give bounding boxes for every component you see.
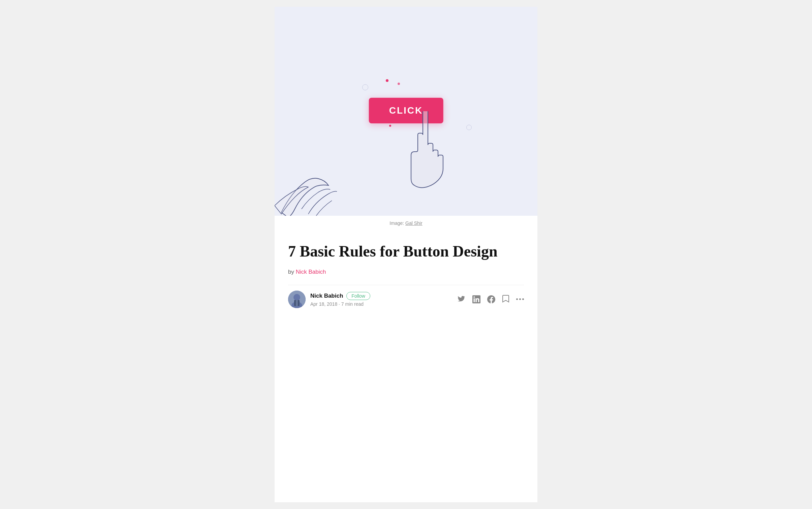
- more-options-icon[interactable]: [516, 298, 524, 300]
- byline-prefix: by: [288, 269, 296, 275]
- hero-image-inner: CLICK: [275, 7, 537, 216]
- bookmark-icon[interactable]: [502, 295, 509, 304]
- page-container: CLICK Image: Gal Shir: [275, 7, 537, 502]
- facebook-icon[interactable]: [487, 295, 495, 303]
- author-name-row: Nick Babich Follow: [310, 292, 370, 300]
- more-dot-2: [519, 298, 521, 300]
- decorative-dot-2: [398, 83, 400, 85]
- svg-rect-4: [296, 300, 298, 306]
- avatar-image: [288, 291, 306, 308]
- author-meta: Apr 18, 2018 · 7 min read: [310, 301, 370, 307]
- more-dot-1: [516, 298, 518, 300]
- author-left: Nick Babich Follow Apr 18, 2018 · 7 min …: [288, 291, 370, 308]
- author-row: Nick Babich Follow Apr 18, 2018 · 7 min …: [288, 285, 524, 313]
- author-name: Nick Babich: [310, 293, 343, 299]
- linkedin-icon[interactable]: [472, 295, 480, 303]
- avatar: [288, 291, 306, 308]
- read-time: 7 min read: [341, 301, 364, 307]
- caption-prefix: Image:: [389, 220, 405, 226]
- decorative-dot-3: [389, 125, 391, 127]
- left-hand-illustration: [275, 152, 359, 216]
- author-info: Nick Babich Follow Apr 18, 2018 · 7 min …: [310, 292, 370, 307]
- decorative-circle-2: [466, 125, 472, 130]
- pointing-hand-illustration: [409, 111, 453, 190]
- twitter-icon[interactable]: [458, 295, 466, 303]
- article-date: Apr 18, 2018: [310, 301, 337, 307]
- article-title: 7 Basic Rules for Button Design: [288, 243, 524, 261]
- author-actions: [458, 295, 524, 304]
- more-dot-3: [522, 298, 524, 300]
- decorative-dot-1: [386, 79, 388, 82]
- svg-point-1: [293, 294, 300, 301]
- date-separator: ·: [339, 301, 340, 307]
- follow-button[interactable]: Follow: [346, 292, 370, 300]
- article-content: 7 Basic Rules for Button Design by Nick …: [275, 233, 537, 327]
- article-byline: by Nick Babich: [288, 269, 524, 275]
- image-caption: Image: Gal Shir: [275, 216, 537, 233]
- author-link[interactable]: Nick Babich: [296, 269, 326, 275]
- decorative-circle-1: [362, 84, 368, 90]
- hero-image: CLICK: [275, 7, 537, 216]
- caption-link[interactable]: Gal Shir: [405, 220, 423, 226]
